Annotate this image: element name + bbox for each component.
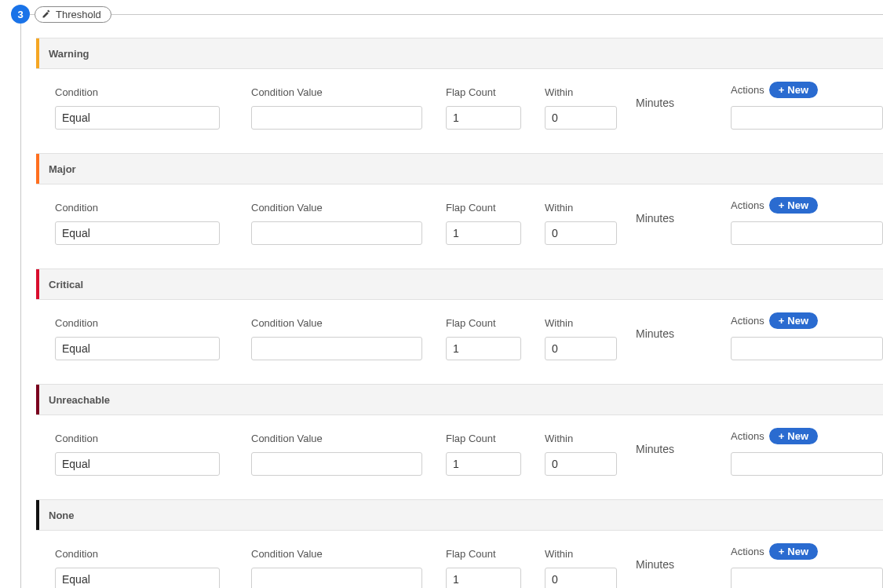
- step-header: 3 Threshold: [11, 5, 883, 24]
- flap-count-input[interactable]: [446, 221, 521, 245]
- actions-select[interactable]: [731, 452, 883, 476]
- actions-column: Actions + New: [731, 82, 883, 130]
- flap-count-input[interactable]: [446, 568, 521, 588]
- within-field: Within: [545, 548, 617, 588]
- new-button-label: New: [787, 199, 808, 211]
- section-header: Critical: [36, 268, 883, 300]
- plus-icon: +: [779, 546, 785, 557]
- condition-input[interactable]: [55, 337, 220, 360]
- flap-count-field: Flap Count: [446, 202, 521, 245]
- condition-value-field: Condition Value: [251, 86, 422, 130]
- condition-label: Condition: [55, 317, 220, 329]
- section-title: Critical: [39, 269, 83, 299]
- new-action-button[interactable]: + New: [769, 312, 818, 329]
- within-field: Within: [545, 202, 617, 245]
- plus-icon: +: [779, 431, 785, 441]
- new-action-button[interactable]: + New: [769, 197, 818, 214]
- threshold-section: Unreachable Condition Condition Value Fl…: [36, 384, 883, 499]
- new-button-label: New: [787, 84, 808, 96]
- condition-value-input[interactable]: [251, 337, 422, 360]
- minutes-unit: Minutes: [636, 97, 674, 115]
- condition-value-input[interactable]: [251, 568, 422, 588]
- actions-column: Actions + New: [731, 428, 883, 476]
- section-body: Condition Condition Value Flap Count Wit…: [36, 184, 883, 268]
- actions-label: Actions: [731, 84, 764, 96]
- flap-count-input[interactable]: [446, 337, 521, 360]
- condition-field: Condition: [55, 433, 220, 476]
- condition-label: Condition: [55, 202, 220, 214]
- flap-count-label: Flap Count: [446, 317, 521, 329]
- within-label: Within: [545, 548, 617, 560]
- within-label: Within: [545, 202, 617, 214]
- condition-value-label: Condition Value: [251, 317, 422, 329]
- within-field: Within: [545, 433, 617, 476]
- condition-value-label: Condition Value: [251, 202, 422, 214]
- step-number: 3: [17, 9, 23, 20]
- condition-field: Condition: [55, 317, 220, 360]
- condition-value-field: Condition Value: [251, 433, 422, 476]
- section-body: Condition Condition Value Flap Count Wit…: [36, 415, 883, 499]
- new-action-button[interactable]: + New: [769, 543, 818, 560]
- within-field: Within: [545, 317, 617, 360]
- actions-header: Actions + New: [731, 197, 883, 214]
- new-action-button[interactable]: + New: [769, 82, 818, 98]
- condition-value-input[interactable]: [251, 221, 422, 245]
- threshold-section: Critical Condition Condition Value Flap …: [36, 268, 883, 384]
- minutes-unit: Minutes: [636, 558, 674, 577]
- actions-header: Actions + New: [731, 312, 883, 329]
- section-body: Condition Condition Value Flap Count Wit…: [36, 300, 883, 384]
- flap-count-field: Flap Count: [446, 317, 521, 360]
- within-input[interactable]: [545, 568, 617, 588]
- step-vertical-line: [20, 24, 21, 588]
- condition-value-label: Condition Value: [251, 433, 422, 444]
- within-label: Within: [545, 317, 617, 329]
- condition-value-input[interactable]: [251, 452, 422, 476]
- actions-label: Actions: [731, 430, 764, 442]
- condition-input[interactable]: [55, 568, 220, 588]
- actions-select[interactable]: [731, 568, 883, 588]
- condition-value-field: Condition Value: [251, 317, 422, 360]
- condition-field: Condition: [55, 86, 220, 130]
- flap-count-field: Flap Count: [446, 548, 521, 588]
- actions-column: Actions + New: [731, 543, 883, 588]
- within-label: Within: [545, 433, 617, 444]
- condition-field: Condition: [55, 548, 220, 588]
- flap-count-label: Flap Count: [446, 548, 521, 560]
- plus-icon: +: [779, 200, 785, 210]
- condition-value-input[interactable]: [251, 106, 422, 130]
- within-input[interactable]: [545, 106, 617, 130]
- actions-label: Actions: [731, 315, 764, 327]
- step-divider: [20, 14, 883, 15]
- step-title-pill[interactable]: Threshold: [35, 6, 111, 23]
- within-input[interactable]: [545, 337, 617, 360]
- condition-label: Condition: [55, 86, 220, 98]
- condition-input[interactable]: [55, 221, 220, 245]
- actions-column: Actions + New: [731, 197, 883, 245]
- minutes-unit: Minutes: [636, 212, 674, 231]
- condition-input[interactable]: [55, 106, 220, 130]
- actions-select[interactable]: [731, 337, 883, 360]
- actions-label: Actions: [731, 199, 764, 211]
- actions-select[interactable]: [731, 106, 883, 130]
- condition-label: Condition: [55, 548, 220, 560]
- actions-select[interactable]: [731, 221, 883, 245]
- minutes-unit: Minutes: [636, 327, 674, 346]
- condition-value-label: Condition Value: [251, 86, 422, 98]
- actions-column: Actions + New: [731, 312, 883, 360]
- section-body: Condition Condition Value Flap Count Wit…: [36, 531, 883, 588]
- flap-count-input[interactable]: [446, 452, 521, 476]
- new-button-label: New: [787, 546, 808, 557]
- minutes-unit: Minutes: [636, 443, 674, 462]
- flap-count-field: Flap Count: [446, 86, 521, 130]
- section-title: Major: [39, 154, 76, 184]
- within-input[interactable]: [545, 221, 617, 245]
- new-action-button[interactable]: + New: [769, 428, 818, 444]
- flap-count-input[interactable]: [446, 106, 521, 130]
- section-title: Warning: [39, 38, 89, 68]
- step-title: Threshold: [56, 9, 101, 20]
- within-input[interactable]: [545, 452, 617, 476]
- condition-input[interactable]: [55, 452, 220, 476]
- flap-count-label: Flap Count: [446, 86, 521, 98]
- plus-icon: +: [779, 85, 785, 95]
- within-field: Within: [545, 86, 617, 130]
